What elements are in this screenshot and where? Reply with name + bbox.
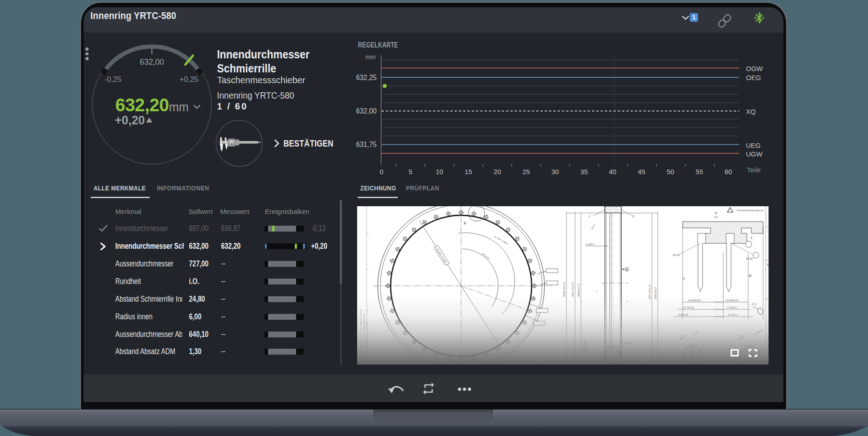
svg-text:U: U [683,277,685,280]
svg-text:2+,8±0,2: 2+,8±0,2 [585,243,594,246]
svg-text:Y: Y [767,263,769,266]
svg-text:S: S [589,215,590,218]
svg-text:P: P [715,211,717,215]
svg-text:43°±3°: 43°±3° [673,254,680,256]
svg-text:W: W [749,274,752,277]
svg-text:120°±0,5°: 120°±0,5° [481,252,491,261]
svg-text:B: B [464,222,466,225]
svg-text:6±0,2: 6±0,2 [590,224,596,230]
svg-text:3x 120° (=360°): 3x 120° (=360°) [494,235,509,246]
svg-text:B: B [626,268,628,271]
svg-text:X: X [750,236,753,239]
svg-text:2:1: 2:1 [714,216,718,218]
svg-text:36x Ø22 H7 Ø30: 36x Ø22 H7 Ø30 [436,248,448,264]
svg-text:Kennzeichnung optional: Kennzeichnung optional [737,209,764,212]
svg-text:✓: ✓ [596,290,598,293]
svg-text:43°±3°: 43°±3° [746,257,754,260]
svg-text:Q: Q [632,215,634,218]
